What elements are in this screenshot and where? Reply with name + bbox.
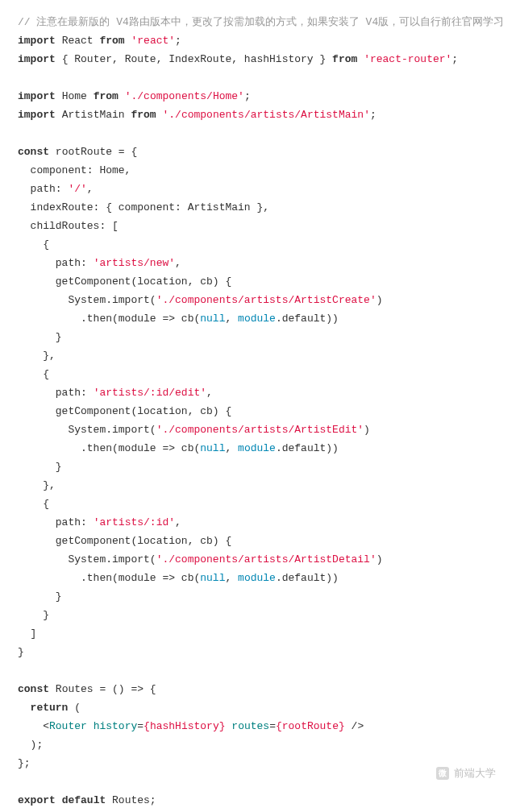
line-mid: , [225, 442, 238, 454]
line: } [18, 461, 62, 473]
line: } [18, 646, 24, 658]
kw-import: import [18, 53, 56, 65]
line: }, [18, 350, 56, 362]
semi: ; [451, 53, 458, 65]
kw-return: return [31, 702, 69, 714]
path-string: 'artists/new' [94, 257, 175, 269]
jsx-lead: < [18, 720, 49, 732]
line-tail: .default)) [276, 313, 339, 325]
wechat-icon: 微 [436, 767, 449, 780]
watermark-text: 前端大学 [454, 764, 496, 782]
line-lead: path: [18, 257, 94, 269]
brace: { [276, 720, 282, 732]
path-string: 'artists/:id' [94, 516, 175, 528]
kw-import: import [18, 109, 56, 121]
line-tail: .default)) [276, 442, 339, 454]
kw-default: default [62, 794, 106, 806]
import-name: ArtistMain [62, 109, 125, 121]
kw-from: from [332, 53, 357, 65]
import-name: React [62, 35, 94, 47]
line: }; [18, 757, 31, 769]
line-tail: ( [68, 702, 81, 714]
line-tail: ) [364, 424, 370, 436]
line: childRoutes: [ [18, 220, 119, 232]
comment-line: // 注意在最新版的 V4路由版本中，更改了按需加载的方式，如果安装了 V4版，… [18, 16, 504, 28]
line: { [18, 498, 49, 510]
line-mid: , [225, 313, 238, 325]
module-token: module [238, 572, 276, 584]
line: } [18, 609, 49, 621]
line-lead: path: [18, 516, 94, 528]
null-literal: null [200, 442, 225, 454]
kw-import: import [18, 90, 56, 102]
kw-from: from [131, 109, 156, 121]
module-string: 'react-router' [364, 53, 451, 65]
jsx-val: rootRoute [282, 720, 339, 732]
line-tail: ) [376, 553, 383, 566]
semi: ; [370, 109, 376, 121]
kw-import: import [18, 35, 56, 47]
line: } [18, 590, 62, 603]
jsx-attr: history [94, 720, 138, 732]
brace: } [219, 720, 226, 732]
line-lead: System.import( [18, 553, 156, 566]
line: } [18, 331, 62, 343]
semi: ; [244, 90, 251, 102]
path-string: 'artists/:id/edit' [94, 387, 206, 399]
space [87, 720, 94, 732]
kw-from: from [99, 35, 124, 47]
line-lead: System.import( [18, 294, 156, 306]
eq: = [269, 720, 276, 732]
module-token: module [238, 442, 276, 454]
line-lead: path: [18, 183, 68, 195]
import-names: { Router, Route, IndexRoute, hashHistory… [62, 53, 327, 65]
line-lead: .then(module => cb( [18, 442, 200, 454]
module-string: './components/artists/ArtistCreate' [156, 294, 376, 306]
kw-from: from [94, 90, 119, 102]
eq: = [137, 720, 144, 732]
line: getComponent(location, cb) { [18, 405, 231, 417]
module-token: module [238, 313, 276, 325]
line-tail: .default)) [276, 572, 339, 584]
line: { [18, 238, 49, 251]
module-string: './components/artists/ArtistDetail' [156, 553, 376, 566]
module-string: './components/artists/ArtistEdit' [156, 424, 364, 436]
kw-export: export [18, 794, 56, 806]
line-mid: , [225, 572, 238, 584]
line: { [18, 368, 49, 380]
line-tail: ) [376, 294, 383, 306]
brace: } [339, 720, 345, 732]
line-lead: path: [18, 387, 94, 399]
decl-text: rootRoute = { [56, 146, 137, 158]
brace: { [144, 720, 150, 732]
line: getComponent(location, cb) { [18, 276, 231, 288]
module-string: 'react' [131, 35, 175, 47]
line-lead: .then(module => cb( [18, 313, 200, 325]
kw-const: const [18, 683, 49, 695]
code-block: // 注意在最新版的 V4路由版本中，更改了按需加载的方式，如果安装了 V4版，… [0, 0, 520, 812]
watermark: 微 前端大学 [436, 764, 496, 782]
module-string: './components/artists/ArtistMain' [162, 109, 369, 121]
null-literal: null [200, 313, 225, 325]
import-name: Home [62, 90, 87, 102]
kw-const: const [18, 146, 49, 158]
line: component: Home, [18, 164, 131, 176]
jsx-tail: /> [345, 720, 364, 732]
jsx-tag: Router [49, 720, 87, 732]
decl-text: Routes = () => { [56, 683, 156, 695]
line-lead: .then(module => cb( [18, 572, 200, 584]
line-lead: System.import( [18, 424, 156, 436]
jsx-attr: routes [231, 720, 269, 732]
line: ); [18, 739, 43, 751]
line: getComponent(location, cb) { [18, 535, 231, 547]
export-rest: Routes; [112, 794, 156, 806]
line: }, [18, 479, 56, 491]
line: indexRoute: { component: ArtistMain }, [18, 201, 269, 213]
semi: ; [175, 35, 181, 47]
line: ] [18, 628, 36, 640]
path-string: '/' [68, 183, 86, 195]
null-literal: null [200, 572, 225, 584]
jsx-val: hashHistory [150, 720, 219, 732]
module-string: './components/Home' [125, 90, 244, 102]
